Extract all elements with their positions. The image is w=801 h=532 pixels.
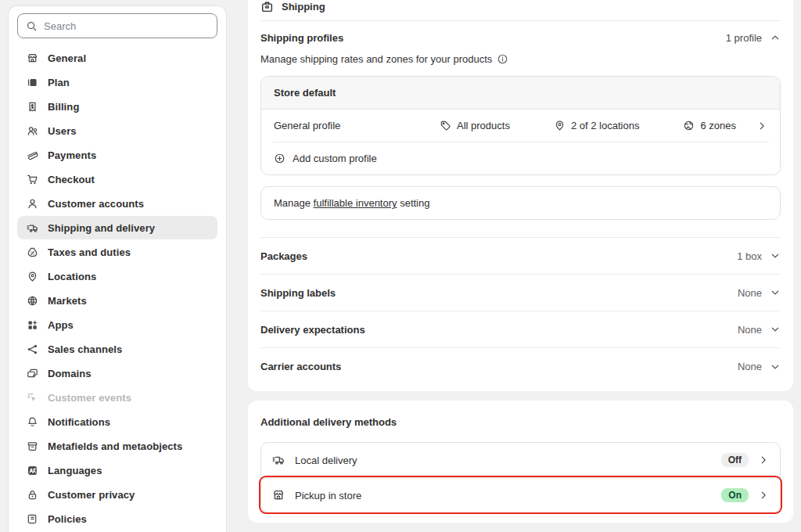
sidebar-item-payments[interactable]: Payments — [17, 143, 217, 167]
delivery-expectations-label: Delivery expectations — [260, 324, 365, 336]
add-custom-profile-label: Add custom profile — [293, 153, 377, 164]
cursor-click-icon — [26, 391, 38, 404]
sidebar-item-notifications[interactable]: Notifications — [17, 410, 217, 433]
shipping-profiles-collapse-button[interactable]: 1 profile — [726, 32, 781, 44]
info-icon[interactable] — [497, 53, 508, 65]
search-input[interactable] — [44, 20, 209, 32]
packages-label: Packages — [260, 250, 307, 262]
sidebar-item-markets[interactable]: Markets — [17, 289, 217, 312]
pickup-in-store-status-badge: On — [721, 488, 749, 502]
receipt-icon — [26, 100, 38, 113]
additional-delivery-methods-card: Additional delivery methods Local delive… — [248, 401, 793, 523]
archive-box-icon — [26, 440, 38, 452]
sidebar-item-label: Taxes and duties — [48, 246, 131, 258]
chevron-down-icon — [770, 361, 781, 372]
sidebar-item-label: Domains — [48, 368, 92, 379]
sidebar-item-policies[interactable]: Policies — [17, 507, 217, 530]
tag-icon — [440, 120, 451, 131]
sidebar-item-checkout[interactable]: Checkout — [17, 167, 217, 191]
profile-zones: 6 zones — [700, 120, 736, 131]
location-pin-icon — [26, 270, 38, 282]
sidebar-item-billing[interactable]: Billing — [17, 95, 217, 118]
sidebar-item-shipping-and-delivery[interactable]: Shipping and delivery — [17, 216, 217, 239]
sidebar-item-languages[interactable]: Languages — [17, 458, 217, 482]
sidebar-item-customer-privacy[interactable]: Customer privacy — [17, 483, 217, 506]
sidebar-item-label: Customer accounts — [48, 198, 144, 210]
sidebar-item-label: Users — [48, 125, 77, 137]
bell-icon — [26, 415, 38, 428]
lock-icon — [26, 488, 38, 501]
shipping-box-icon — [260, 0, 274, 13]
sidebar-item-label: Languages — [48, 465, 102, 476]
sidebar-item-label: Apps — [48, 319, 74, 331]
payments-card-icon — [26, 149, 38, 161]
share-nodes-icon — [26, 343, 38, 355]
sidebar-item-label: Customer events — [48, 392, 131, 404]
additional-delivery-methods-title: Additional delivery methods — [260, 416, 781, 430]
shipping-profiles-title: Shipping profiles — [260, 32, 343, 44]
note-suffix: setting — [397, 197, 430, 209]
apps-grid-icon — [26, 318, 38, 331]
globe-icon — [26, 294, 38, 307]
sidebar-item-label: Checkout — [48, 174, 95, 185]
local-delivery-row[interactable]: Local delivery Off — [261, 443, 780, 477]
money-bag-icon — [26, 246, 38, 258]
settings-nav: General Plan Billing Users Payments Chec… — [17, 46, 217, 530]
translate-icon — [26, 464, 38, 476]
shipping-labels-label: Shipping labels — [260, 287, 336, 299]
store-default-header: Store default — [261, 77, 780, 110]
profile-count: 1 profile — [726, 32, 762, 44]
zones-globe-icon — [683, 120, 695, 131]
plus-circle-icon — [274, 153, 286, 164]
browser-windows-icon — [26, 367, 38, 379]
sidebar-item-locations[interactable]: Locations — [17, 264, 217, 288]
shipping-labels-row[interactable]: Shipping labels None — [260, 275, 781, 311]
sidebar-item-label: Shipping and delivery — [48, 222, 155, 234]
profile-name: General profile — [274, 120, 440, 131]
sidebar-item-label: Markets — [48, 295, 87, 307]
packages-value: 1 box — [737, 250, 762, 262]
local-delivery-label: Local delivery — [295, 455, 711, 466]
carrier-accounts-row[interactable]: Carrier accounts None — [260, 348, 781, 385]
sidebar-item-taxes-and-duties[interactable]: Taxes and duties — [17, 240, 217, 264]
truck-icon — [272, 454, 285, 466]
delivery-expectations-row[interactable]: Delivery expectations None — [260, 311, 781, 348]
general-profile-row[interactable]: General profile All products 2 of 2 loca… — [261, 110, 780, 142]
sidebar-item-label: Sales channels — [48, 343, 122, 355]
profile-locations: 2 of 2 locations — [571, 120, 639, 131]
storefront-icon — [272, 489, 285, 501]
chevron-up-icon — [770, 32, 781, 43]
sidebar-item-customer-accounts[interactable]: Customer accounts — [17, 192, 217, 215]
document-icon — [26, 512, 38, 525]
sidebar-item-users[interactable]: Users — [17, 119, 217, 142]
fulfillable-inventory-note: Manage fulfillable inventory setting — [260, 186, 781, 220]
sidebar-item-domains[interactable]: Domains — [17, 361, 217, 385]
search-box[interactable] — [17, 13, 217, 38]
pickup-in-store-row[interactable]: Pickup in store On — [261, 478, 780, 512]
shipping-settings-card: Shipping Shipping profiles 1 profile Man… — [248, 0, 793, 391]
cart-icon — [26, 173, 38, 185]
sidebar-item-label: Metafields and metaobjects — [48, 440, 182, 452]
sidebar-item-general[interactable]: General — [17, 46, 217, 70]
profile-products: All products — [457, 120, 510, 131]
plan-icon — [26, 76, 38, 88]
chevron-right-icon — [758, 490, 769, 501]
carrier-accounts-label: Carrier accounts — [260, 361, 341, 372]
packages-row[interactable]: Packages 1 box — [260, 238, 781, 275]
sidebar-item-metafields[interactable]: Metafields and metaobjects — [17, 434, 217, 458]
divider — [260, 20, 781, 21]
sidebar-item-apps[interactable]: Apps — [17, 313, 217, 336]
chevron-right-icon — [756, 120, 767, 131]
location-pin-icon — [554, 120, 566, 131]
truck-icon — [26, 221, 38, 234]
sidebar-item-plan[interactable]: Plan — [17, 70, 217, 94]
sidebar-item-sales-channels[interactable]: Sales channels — [17, 337, 217, 361]
fulfillable-inventory-link[interactable]: fulfillable inventory — [314, 197, 397, 209]
sidebar-item-label: Policies — [48, 513, 87, 525]
delivery-expectations-value: None — [738, 324, 762, 336]
sidebar-item-label: Plan — [48, 77, 70, 88]
add-custom-profile-button[interactable]: Add custom profile — [261, 142, 780, 174]
sidebar-item-label: General — [48, 52, 86, 64]
page-title: Shipping — [282, 1, 325, 13]
sidebar-item-label: Locations — [48, 271, 96, 282]
